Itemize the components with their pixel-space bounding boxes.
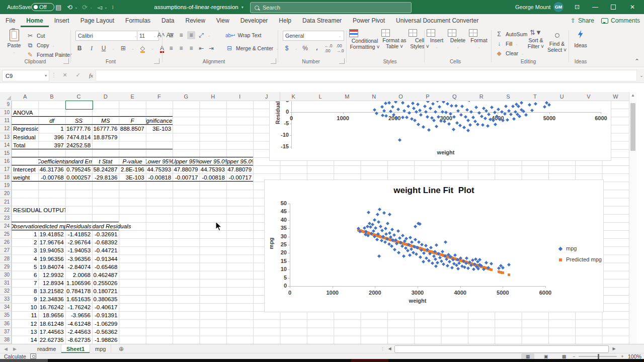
grid-cell-B34[interactable]: 16.76242 [38,303,65,311]
autosave-toggle[interactable]: Off [31,0,54,14]
customize-qat-button[interactable]: ⌋ [112,0,113,14]
row-header-38[interactable]: 38 [0,336,12,344]
row-header-36[interactable]: 36 [0,320,12,328]
grid-cell-A32[interactable]: 8 [12,287,38,295]
grid-cell-E11[interactable]: F [119,117,145,125]
grid-cell-C33[interactable]: 1.651635 [65,295,92,303]
grid-cell-D33[interactable]: 0.380635 [92,295,119,303]
find-select-button[interactable]: Find & Select ˅ [546,29,568,53]
search-box[interactable]: Search [250,2,412,13]
grid-cell-B18[interactable]: -0.00768 [38,173,65,182]
zoom-slider-thumb[interactable] [598,354,599,359]
grid-cell-F17[interactable]: 44.75393 [146,165,173,173]
font-name-select[interactable]: Calibri⌄ [75,31,140,41]
residual-plot-chart[interactable]: 50-5-10-150100020003000400050006000Resid… [269,101,611,161]
grid-cell-B25[interactable]: 19.41852 [38,230,65,238]
grid-cell-C24[interactable]: Residuals [65,222,92,230]
row-header-19[interactable]: 19 [0,182,12,190]
grid-cell-B24[interactable]: Predicted mpg [38,222,65,230]
grid-cell-D11[interactable]: MS [92,117,119,125]
grid-cell-H16[interactable]: Lower 95.0% [199,157,226,165]
tab-scroll-splitter[interactable]: ⋮ [380,344,385,353]
percent-style-icon[interactable]: % [301,44,309,52]
grid-cell-C32[interactable]: 0.784178 [65,287,92,295]
grid-cell-D29[interactable]: -0.65468 [92,263,119,271]
row-header-26[interactable]: 26 [0,238,12,246]
row-header-14[interactable]: 14 [0,141,12,149]
undo-button[interactable]: ⟲⌄ [67,0,78,14]
row-header-33[interactable]: 33 [0,295,12,303]
grid-cell-B35[interactable]: 18.9656 [38,311,65,319]
grid-cell-C27[interactable]: -1.94053 [65,246,92,254]
horizontal-scroll-thumb[interactable] [394,345,609,353]
format-as-table-button[interactable]: Format as Table ˅ [381,29,408,49]
grid-cell-E18[interactable]: 3E-103 [119,173,145,182]
grid-cell-D12[interactable]: 16777.76 [92,125,119,133]
grid-cell-B32[interactable]: 13.21582 [38,287,65,295]
grid-cell-C25[interactable]: -1.41852 [65,230,92,238]
row-header-11[interactable]: 11 [0,117,12,125]
row-header-35[interactable]: 35 [0,311,12,319]
grid-cell-D35[interactable]: -0.91391 [92,311,119,319]
grid-cell-A36[interactable]: 12 [12,320,38,328]
grid-cell-D17[interactable]: 58.24287 [92,165,119,173]
grid-cell-A17[interactable]: Intercept [12,165,38,173]
sheet-tab-mpg[interactable]: mpg [90,344,111,353]
fill-color-icon[interactable]: ◇ [138,44,146,52]
row-header-20[interactable]: 20 [0,190,12,198]
grid-cell-A27[interactable]: 3 [12,246,38,254]
tab-formulas[interactable]: Formulas [120,14,156,27]
column-header-F[interactable]: F [146,92,173,101]
grid-cell-A18[interactable]: weight [12,173,38,182]
collapse-ribbon-icon[interactable]: ⌃ [633,57,641,65]
insert-cells-button[interactable]: Insert⌄ [427,29,447,49]
grid-cell-B16[interactable]: Coefficients [38,157,65,165]
ribbon-display-options-button[interactable]: ⊡ [569,0,586,14]
grid-cell-H18[interactable]: -0.00818 [199,173,226,182]
row-header-9[interactable]: 9 [0,101,12,109]
align-right-icon[interactable]: ≡ [187,44,195,52]
grid-cell-C37[interactable]: -2.44563 [65,328,92,336]
grid-cell-I18[interactable]: -0.00717 [226,173,253,182]
align-bottom-icon[interactable]: ≡ [187,31,195,39]
delete-cells-button[interactable]: Delete⌄ [448,29,468,49]
restore-button[interactable] [605,0,622,14]
alignment-dialog-launcher-icon[interactable] [271,58,276,64]
grid-cell-D28[interactable]: -0.91344 [92,254,119,262]
tab-insert[interactable]: Insert [49,14,75,27]
tab-file[interactable]: File [0,14,21,27]
grid-cell-F12[interactable]: 3E-103 [146,125,173,133]
grid-cell-D27[interactable]: -0.44721 [92,246,119,254]
line-fit-plot-chart[interactable]: weight Line Fit Plot05101520253035404550… [264,179,604,312]
grid-cell-B31[interactable]: 12.8934 [38,279,65,287]
row-header-29[interactable]: 29 [0,263,12,271]
tab-power-pivot[interactable]: Power Pivot [347,14,390,27]
format-painter-button[interactable]: ✎Format Painter [26,51,71,59]
tab-page-layout[interactable]: Page Layout [75,14,120,27]
grid-cell-D13[interactable]: 18.87579 [92,133,119,141]
align-left-icon[interactable]: ≡ [167,44,175,52]
row-header-30[interactable]: 30 [0,271,12,279]
column-header-I[interactable]: I [226,92,254,101]
tab-data-streamer[interactable]: Data Streamer [297,14,347,27]
grid-cell-A38[interactable]: 14 [12,336,38,344]
cancel-entry-icon[interactable]: ✕ [59,70,70,80]
select-all-corner[interactable] [0,92,12,101]
tab-home[interactable]: Home [21,14,48,27]
column-header-E[interactable]: E [119,92,146,101]
row-header-34[interactable]: 34 [0,303,12,311]
font-dialog-launcher-icon[interactable] [154,58,159,64]
grid-cell-A34[interactable]: 10 [12,303,38,311]
grid-cell-D32[interactable]: 0.180721 [92,287,119,295]
name-box[interactable]: C9▾ [2,70,49,81]
column-header-M[interactable]: M [334,92,361,101]
row-header-17[interactable]: 17 [0,165,12,173]
column-header-J[interactable]: J [253,92,280,101]
paste-button[interactable]: Paste⌄ [4,29,24,54]
account-name[interactable]: George Mount [515,0,550,14]
row-header-15[interactable]: 15 [0,149,12,157]
grid-cell-B30[interactable]: 12.9932 [38,271,65,279]
grid-cell-C18[interactable]: 0.000257 [65,173,92,182]
grid-cell-A28[interactable]: 4 [12,254,38,262]
comma-style-icon[interactable]: ، [313,44,321,52]
